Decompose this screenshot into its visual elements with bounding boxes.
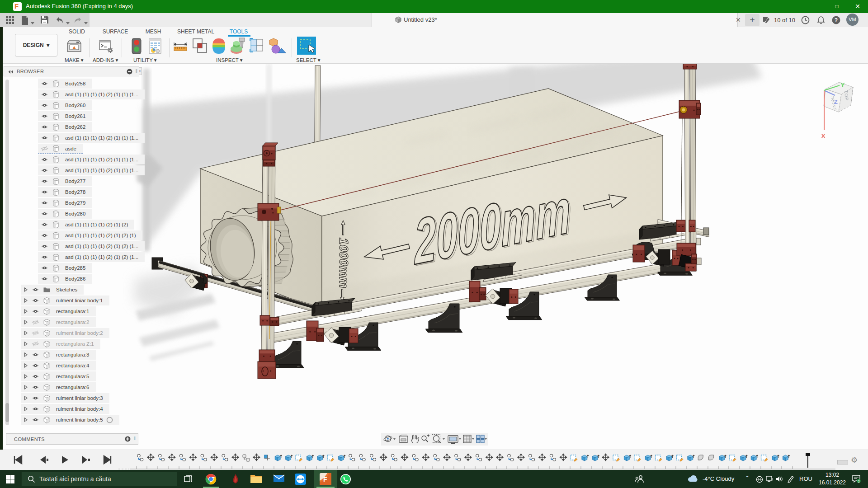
svg-text:X: X [821, 132, 826, 140]
svg-text:Z: Z [834, 99, 838, 105]
svg-text:Y: Y [840, 81, 845, 89]
svg-text:1000mm: 1000mm [337, 238, 350, 288]
svg-text:?: ? [835, 17, 838, 23]
svg-text:TOP: TOP [844, 90, 849, 101]
svg-text:F: F [323, 476, 327, 483]
svg-text:2: 2 [858, 479, 859, 483]
